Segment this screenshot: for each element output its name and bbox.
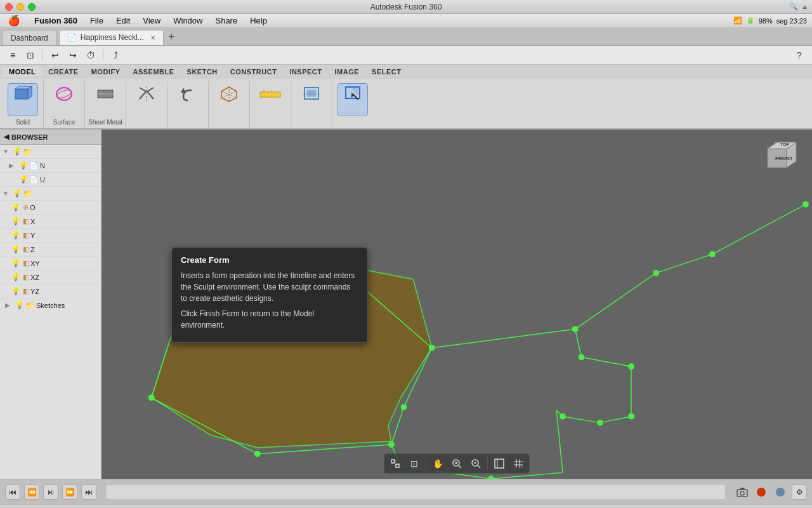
bulb10-icon: 💡 xyxy=(11,273,20,281)
menu-edit[interactable]: Edit xyxy=(110,16,136,25)
svg-point-25 xyxy=(148,394,155,401)
share-button[interactable]: ⤴ xyxy=(108,48,123,62)
redo-button[interactable]: ↪ xyxy=(65,48,81,62)
solid-label: Solid xyxy=(16,117,30,127)
tab-dashboard[interactable]: Dashboard xyxy=(3,30,56,45)
expand-icon: ▼ xyxy=(3,148,11,155)
select-items xyxy=(337,81,368,118)
tooltip-body: Inserts a form operation into the timeli… xyxy=(181,270,358,331)
surface-btn[interactable] xyxy=(49,83,79,116)
timeline-camera-btn[interactable] xyxy=(735,485,750,500)
browser-item-sketches[interactable]: ▶ 💡 📁 Sketches xyxy=(0,298,101,312)
ribbon-tab-create[interactable]: CREATE xyxy=(42,67,84,77)
display-settings-btn[interactable] xyxy=(490,456,508,471)
folder2-icon: 📄 xyxy=(29,161,39,170)
minimize-button[interactable] xyxy=(16,3,24,11)
timeline-prev-btn[interactable]: ⏪ xyxy=(24,485,39,500)
browser-item-z[interactable]: 💡 ◧ Z xyxy=(0,243,101,257)
menu-window[interactable]: Window xyxy=(167,16,209,25)
browser-collapse-btn[interactable]: ◀ xyxy=(4,133,9,141)
pan-view-btn[interactable]: ⊡ xyxy=(405,456,423,471)
timeline-record-btn[interactable] xyxy=(754,485,769,500)
ribbon-group-undo xyxy=(167,81,209,128)
tooltip-line1: Inserts a form operation into the timeli… xyxy=(181,270,358,304)
save-button[interactable]: ⊡ xyxy=(23,48,38,62)
form-btn[interactable] xyxy=(214,83,244,116)
browser-item-yz[interactable]: 💡 ◧ YZ xyxy=(0,284,101,298)
browser-item-2[interactable]: ▶ 💡 📄 N xyxy=(0,159,101,173)
timeline-track[interactable] xyxy=(105,485,726,500)
svg-line-56 xyxy=(459,465,461,468)
ribbon-tab-sketch[interactable]: SKETCH xyxy=(181,67,224,77)
menu-file[interactable]: File xyxy=(84,16,110,25)
browser-item-y[interactable]: 💡 ◧ Y xyxy=(0,229,101,243)
measure-btn[interactable] xyxy=(255,83,285,116)
viewport[interactable]: Create Form Inserts a form operation int… xyxy=(102,130,812,479)
ribbon-tab-assemble[interactable]: ASSEMBLE xyxy=(126,67,180,77)
sheet-btn[interactable] xyxy=(90,83,121,116)
solid-btn[interactable] xyxy=(8,83,38,116)
plane-xz-icon: ◧ xyxy=(23,273,29,281)
close-button[interactable] xyxy=(5,3,13,11)
ribbon-tab-construct[interactable]: CONSTRUCT xyxy=(224,67,284,77)
ribbon-tab-model[interactable]: MODEL xyxy=(3,67,42,77)
tab-happiness[interactable]: 📄 Happiness Neckl... ✕ xyxy=(59,30,164,45)
menu-view[interactable]: View xyxy=(136,16,167,25)
plane-yz-icon: ◧ xyxy=(23,287,29,295)
maximize-button[interactable] xyxy=(28,3,36,11)
tab-close-button[interactable]: ✕ xyxy=(150,34,155,41)
timeline-settings-btn[interactable]: ⚙ xyxy=(792,485,807,500)
svg-marker-70 xyxy=(740,488,745,490)
search-icon[interactable]: 🔍 xyxy=(789,3,798,11)
ribbon-group-solid: Solid xyxy=(3,81,44,128)
svg-marker-8 xyxy=(181,88,186,93)
browser-item-root[interactable]: ▼ 💡 📁 xyxy=(0,145,101,159)
timeline-play-btn[interactable]: ⏯ xyxy=(43,485,58,500)
insert-icon xyxy=(302,85,321,105)
history-button[interactable]: ⏱ xyxy=(83,48,98,62)
orbit-btn[interactable]: ✋ xyxy=(429,456,447,471)
undo-ribbon-btn[interactable] xyxy=(173,83,203,116)
main-area: ◀ BROWSER ▼ 💡 📁 ▶ 💡 📄 N 💡 📄 U ▼ 💡 📁 xyxy=(0,130,812,479)
ribbon-tab-modify[interactable]: MODIFY xyxy=(85,67,127,77)
svg-text:TOP: TOP xyxy=(780,142,790,147)
ribbon-tab-inspect[interactable]: INSPECT xyxy=(283,67,328,77)
insert-btn[interactable] xyxy=(296,83,327,116)
svg-rect-62 xyxy=(495,459,504,468)
menu-help[interactable]: Help xyxy=(244,16,273,25)
bottom-sep-2 xyxy=(487,457,488,470)
bulb5-icon: 💡 xyxy=(11,203,20,211)
ribbon-tab-image[interactable]: IMAGE xyxy=(329,67,366,77)
select-btn[interactable] xyxy=(337,83,368,116)
nav-cube[interactable]: FRONT TOP xyxy=(761,136,806,180)
browser-item-xy[interactable]: 💡 ◧ XY xyxy=(0,257,101,271)
ribbon-content: Solid Surface xyxy=(0,79,812,128)
ribbon-group-sheet: Sheet Metal xyxy=(85,81,126,128)
tab-add-button[interactable]: + xyxy=(164,31,180,43)
fit-view-btn[interactable] xyxy=(386,456,404,471)
mirror-btn[interactable] xyxy=(131,83,162,116)
grid-settings-btn[interactable] xyxy=(509,456,527,471)
browser-item-o[interactable]: 💡 ⊕ O xyxy=(0,201,101,215)
browser-item-4[interactable]: ▼ 💡 📁 xyxy=(0,187,101,201)
apple-menu[interactable]: 🍎 xyxy=(0,15,28,27)
timeline-last-btn[interactable]: ⏭ xyxy=(81,485,96,500)
browser-item-xz[interactable]: 💡 ◧ XZ xyxy=(0,271,101,284)
zoom-out-btn[interactable] xyxy=(467,456,485,471)
menu-share[interactable]: Share xyxy=(209,16,244,25)
menu-icon[interactable]: ≡ xyxy=(803,3,807,11)
browser-item-3[interactable]: 💡 📄 U xyxy=(0,173,101,187)
timeline-profile-btn[interactable] xyxy=(773,485,788,500)
zoom-in-btn[interactable] xyxy=(448,456,466,471)
timeline-next-btn[interactable]: ⏩ xyxy=(62,485,77,500)
browser-item-x-label: X xyxy=(30,218,35,225)
sidebar-toggle-button[interactable]: ≡ xyxy=(5,48,20,62)
bulb6-icon: 💡 xyxy=(11,217,20,225)
ribbon-tab-select[interactable]: SELECT xyxy=(365,67,407,77)
ribbon-group-select xyxy=(332,81,373,128)
timeline-first-btn[interactable]: ⏮ xyxy=(5,485,20,500)
help-button[interactable]: ? xyxy=(792,48,807,62)
tab-dashboard-label: Dashboard xyxy=(11,34,48,43)
browser-item-x[interactable]: 💡 ◧ X xyxy=(0,215,101,229)
undo-button[interactable]: ↩ xyxy=(48,48,63,62)
